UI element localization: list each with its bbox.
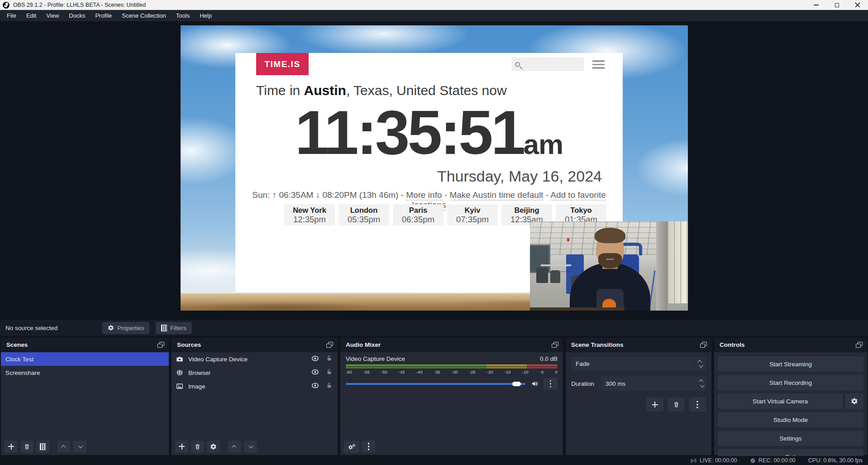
duration-input[interactable]: 300 ms (601, 376, 706, 391)
scene-item-clock-test[interactable]: Clock Test (1, 352, 169, 366)
close-icon (855, 2, 860, 8)
transition-select[interactable]: Fade (571, 357, 706, 371)
sources-title: Sources (177, 341, 326, 348)
minimize-button[interactable] (806, 0, 826, 10)
menu-scene-collection[interactable]: Scene Collection (117, 10, 171, 21)
tick-label: -45 (399, 369, 405, 374)
plus-icon (8, 444, 14, 450)
cpu-status: CPU: 0.6%, 30.00 fps (808, 457, 863, 464)
remove-scene-button[interactable] (20, 441, 33, 453)
tick-label: -25 (469, 369, 476, 374)
camera-icon (176, 355, 184, 363)
city-time: 06:35pm (393, 215, 444, 225)
webcam-desk-edge (530, 307, 625, 311)
plus-icon (179, 444, 185, 450)
source-properties-button[interactable] (207, 441, 220, 453)
lock-icon[interactable] (326, 355, 332, 363)
source-item-image[interactable]: Image (172, 379, 338, 393)
source-toolbar: No source selected Properties Filters (0, 320, 868, 336)
source-item-browser[interactable]: Browser (172, 366, 338, 379)
virtual-camera-settings-button[interactable] (845, 393, 863, 409)
kebab-menu-icon (696, 404, 698, 406)
volume-slider[interactable] (346, 383, 525, 385)
start-streaming-button[interactable]: Start Streaming (718, 356, 863, 372)
menu-tools[interactable]: Tools (171, 10, 195, 21)
source-item-video-capture[interactable]: Video Capture Device (172, 352, 338, 366)
popout-icon[interactable] (856, 342, 863, 348)
mixer-title: Audio Mixer (346, 341, 552, 348)
start-recording-button[interactable]: Start Recording (718, 375, 863, 390)
move-scene-up-button[interactable] (57, 441, 71, 453)
city-time: 07:35pm (447, 215, 498, 225)
duration-label: Duration (571, 380, 601, 387)
add-source-button[interactable] (175, 441, 188, 453)
lock-icon[interactable] (326, 369, 332, 377)
chevron-down-icon (249, 444, 253, 448)
add-scene-button[interactable] (5, 441, 18, 453)
remove-source-button[interactable] (191, 441, 204, 453)
globe-icon (176, 369, 184, 376)
advanced-audio-button[interactable] (344, 441, 359, 453)
webcam-pillar (656, 221, 667, 311)
popout-icon[interactable] (552, 342, 558, 348)
preview-area: TIME.IS Time in Austin, Texas, United St… (0, 21, 868, 320)
popout-icon[interactable] (326, 342, 333, 348)
move-source-down-button[interactable] (244, 441, 257, 453)
popout-icon[interactable] (700, 342, 707, 348)
separator: - (543, 190, 550, 200)
studio-mode-button[interactable]: Studio Mode (718, 412, 863, 427)
timeis-heading: Time in Austin, Texas, United States now (256, 83, 507, 98)
transition-options-button[interactable] (689, 398, 706, 412)
filters-button[interactable]: Filters (156, 322, 191, 334)
titlebar: OBS 29.1.2 - Profile: LLHLS BETA - Scene… (0, 0, 868, 10)
visibility-eye-icon[interactable] (311, 383, 319, 390)
start-virtual-camera-button[interactable]: Start Virtual Camera (718, 393, 843, 409)
webcam-window (668, 221, 688, 303)
speaker-icon[interactable] (531, 380, 539, 388)
visibility-eye-icon[interactable] (311, 355, 319, 363)
close-button[interactable] (847, 0, 868, 10)
mixer-options-button[interactable] (544, 378, 558, 390)
settings-button[interactable]: Settings (718, 431, 863, 446)
record-inactive-icon (750, 458, 756, 464)
add-transition-button[interactable] (646, 398, 663, 412)
menu-edit[interactable]: Edit (21, 10, 41, 21)
menu-help[interactable]: Help (195, 10, 217, 21)
volume-slider-handle[interactable] (512, 382, 521, 386)
move-source-up-button[interactable] (228, 441, 241, 453)
controls-panel: Controls Start Streaming Start Recording… (714, 338, 867, 455)
popout-icon[interactable] (157, 342, 164, 348)
city-time: 12:35pm (284, 215, 335, 225)
visibility-eye-icon[interactable] (311, 369, 319, 376)
sources-toolbar (172, 438, 338, 455)
city-name: New York (284, 206, 335, 215)
menu-file[interactable]: File (2, 10, 21, 21)
move-scene-down-button[interactable] (73, 441, 86, 453)
chevron-up-icon (61, 445, 66, 449)
clock-digits: 11:35:51 (295, 97, 524, 167)
scenes-list: Clock Test Screenshare (1, 352, 169, 455)
properties-button[interactable]: Properties (102, 322, 149, 334)
controls-body: Start Streaming Start Recording Start Vi… (714, 352, 867, 455)
audio-mixer-panel: Audio Mixer Video Capture Device 0.0 dB … (340, 338, 563, 455)
tick-label: -15 (505, 369, 511, 374)
program-canvas[interactable]: TIME.IS Time in Austin, Texas, United St… (181, 25, 688, 311)
trash-icon (24, 443, 30, 450)
select-spinner[interactable] (694, 357, 706, 371)
city-card: New York12:35pm (284, 204, 335, 225)
city-name: London (339, 206, 389, 215)
city-name: Tokyo (556, 206, 606, 215)
menu-profile[interactable]: Profile (90, 10, 117, 21)
remove-transition-button[interactable] (668, 398, 685, 412)
restore-button[interactable] (826, 0, 847, 10)
duration-spinner[interactable] (700, 376, 703, 391)
lock-icon[interactable] (326, 382, 332, 390)
mixer-header: Audio Mixer (340, 338, 563, 351)
menu-docks[interactable]: Docks (64, 10, 90, 21)
scene-filters-button[interactable] (36, 441, 49, 453)
mixer-menu-button[interactable] (362, 441, 375, 453)
live-time: LIVE: 00:00:00 (700, 457, 737, 464)
scene-item-screenshare[interactable]: Screenshare (1, 366, 169, 379)
menu-view[interactable]: View (41, 10, 64, 21)
sources-list: Video Capture Device Browser Image (172, 352, 338, 455)
